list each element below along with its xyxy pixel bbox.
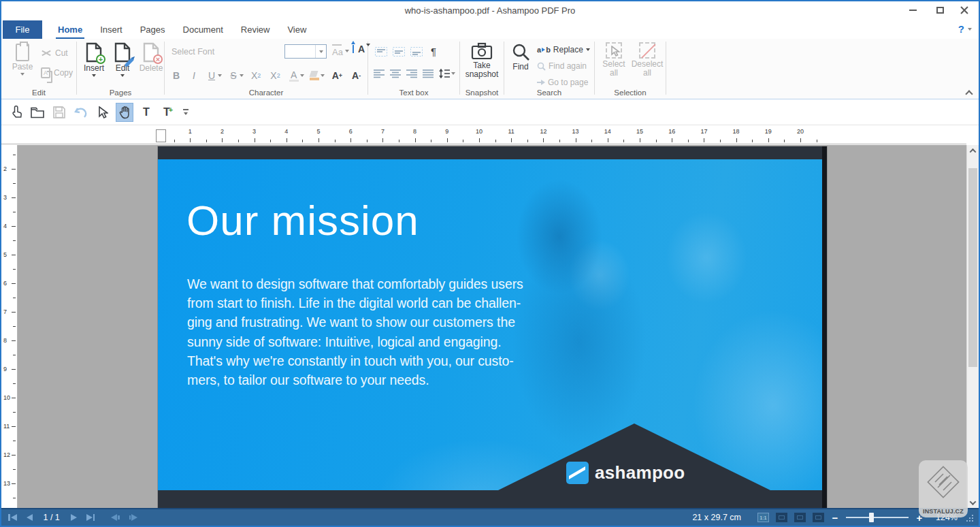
textbox-align-middle-button[interactable]	[393, 47, 405, 57]
ruler-tick	[527, 140, 528, 142]
subscript-button[interactable]: X2	[249, 70, 263, 81]
zoom-slider[interactable]	[846, 513, 909, 522]
copy-button[interactable]: A Copy	[41, 67, 73, 78]
facing-pages-button[interactable]	[813, 513, 824, 522]
scroll-down-button[interactable]	[967, 497, 979, 508]
bold-button[interactable]: B	[170, 70, 182, 81]
ruler-tick	[238, 140, 239, 142]
insert-page-button[interactable]: + Insert	[81, 42, 107, 77]
actual-size-button[interactable]: 1:1	[757, 513, 769, 522]
chevron-down-icon	[300, 74, 304, 77]
ruler-tick	[367, 140, 368, 142]
slide-top-band	[158, 146, 827, 159]
maximize-button[interactable]	[928, 1, 951, 19]
align-left-button[interactable]	[374, 69, 385, 78]
ruler-number: 10	[476, 128, 483, 135]
tab-insert[interactable]: Insert	[91, 20, 131, 39]
tab-review[interactable]: Review	[232, 20, 279, 39]
scrollbar-thumb[interactable]	[968, 168, 977, 367]
tab-view[interactable]: View	[278, 20, 315, 39]
textbox-align-bottom-button[interactable]	[410, 47, 423, 57]
save-button[interactable]	[50, 103, 68, 122]
tab-file[interactable]: File	[3, 20, 42, 39]
search-again-icon	[537, 62, 546, 71]
zoom-slider-handle[interactable]	[869, 513, 874, 522]
last-page-button[interactable]	[86, 514, 95, 521]
ruler-tick	[752, 140, 753, 142]
fit-page-button[interactable]	[794, 513, 806, 522]
add-text-tool-button[interactable]: T+	[159, 103, 177, 122]
ruler-corner-box	[156, 129, 166, 142]
hand-tool-button[interactable]	[116, 103, 133, 122]
clipboard-icon	[16, 44, 29, 61]
toolbar-overflow-button[interactable]	[182, 108, 191, 116]
cut-button[interactable]: Cut	[41, 48, 68, 58]
paste-button[interactable]: Paste	[8, 42, 37, 76]
tab-home[interactable]: Home	[49, 20, 91, 39]
tab-document[interactable]: Document	[174, 20, 232, 39]
textbox-align-top-button[interactable]	[375, 47, 387, 57]
collapse-ribbon-button[interactable]	[966, 89, 972, 95]
zoom-out-button[interactable]: −	[831, 512, 839, 524]
ruler-tick	[640, 138, 640, 142]
tab-pages[interactable]: Pages	[131, 20, 174, 39]
first-page-button[interactable]	[8, 514, 17, 521]
previous-view-button[interactable]	[111, 514, 120, 521]
delete-page-button[interactable]: × Delete	[138, 42, 164, 73]
highlight-button[interactable]	[310, 71, 321, 80]
justify-button[interactable]	[423, 69, 434, 78]
next-page-button[interactable]	[71, 514, 77, 521]
edit-page-button[interactable]: Edit	[110, 42, 135, 77]
previous-page-button[interactable]	[27, 514, 33, 521]
ruler-tick	[495, 140, 496, 142]
go-to-page-button[interactable]: Go to page	[537, 78, 588, 87]
text-tool-button[interactable]: T	[137, 103, 155, 122]
change-case-button[interactable]: Aa	[332, 44, 349, 57]
align-center-button[interactable]	[390, 69, 401, 78]
instaluj-watermark: INSTALUJ.CZ	[919, 460, 968, 517]
grow-font-button[interactable]: A+	[330, 70, 344, 81]
pdf-page[interactable]: Our mission We want to design software t…	[158, 146, 827, 508]
undo-button[interactable]	[72, 103, 90, 122]
help-button[interactable]: ?	[958, 23, 972, 35]
line-spacing-button[interactable]	[439, 69, 455, 78]
take-snapshot-button[interactable]: Take snapshot	[461, 42, 502, 79]
open-file-button[interactable]	[29, 103, 46, 122]
click-tool-button[interactable]	[7, 103, 24, 122]
font-color-button[interactable]: A	[288, 69, 300, 82]
align-right-button[interactable]	[406, 69, 417, 78]
formatting-marks-button[interactable]: ¶	[431, 46, 436, 57]
group-edit: Paste Cut A Copy Edit	[1, 39, 76, 99]
italic-button[interactable]: I	[188, 70, 200, 81]
superscript-button[interactable]: X2	[268, 70, 282, 81]
character-format-row: B I U S X2 X2 A A+	[170, 67, 363, 84]
next-view-button[interactable]	[129, 514, 138, 521]
vertical-scrollbar[interactable]	[966, 145, 979, 508]
strikethrough-button[interactable]: S	[227, 70, 240, 81]
shrink-font-button[interactable]: A-	[350, 70, 363, 81]
minimize-icon	[909, 10, 917, 11]
chevron-down-icon	[968, 28, 972, 31]
ruler-tick	[13, 383, 16, 384]
fit-width-button[interactable]	[776, 513, 787, 522]
replace-button[interactable]: ab Replace	[537, 45, 590, 54]
select-all-button[interactable]: Select all	[599, 42, 629, 78]
ruler-number: 6	[3, 280, 7, 287]
ruler-tick	[511, 138, 512, 142]
ruler-tick	[12, 226, 16, 227]
resize-grip[interactable]	[966, 514, 973, 522]
underline-button[interactable]: U	[206, 70, 218, 81]
document-viewport[interactable]: Our mission We want to design software t…	[18, 145, 966, 508]
vertical-ruler: 2345678910111213	[1, 145, 18, 508]
ashampoo-logo-text: ashampoo	[595, 462, 685, 483]
select-tool-button[interactable]	[94, 103, 112, 122]
font-combo[interactable]	[284, 44, 327, 59]
deselect-all-button[interactable]: Deselect all	[632, 42, 663, 78]
close-button[interactable]	[953, 1, 976, 19]
find-again-button[interactable]: Find again	[537, 61, 587, 71]
pointing-hand-icon	[10, 106, 22, 119]
find-button[interactable]: Find	[507, 42, 534, 71]
ruler-number: 12	[3, 451, 10, 458]
scroll-up-button[interactable]	[967, 145, 979, 156]
minimize-button[interactable]	[901, 1, 924, 19]
